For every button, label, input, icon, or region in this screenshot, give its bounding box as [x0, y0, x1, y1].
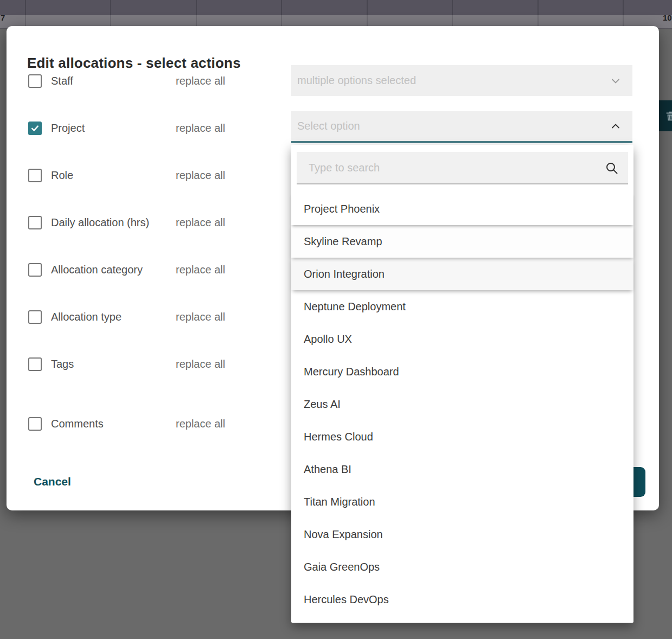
cancel-button[interactable]: Cancel — [34, 475, 71, 488]
project-checkbox[interactable] — [28, 122, 42, 135]
list-item[interactable]: Hercules DevOps — [291, 583, 633, 616]
list-item[interactable]: Neptune Deployment — [291, 290, 633, 323]
staff-select[interactable]: multiple options selected — [291, 65, 632, 96]
chevron-down-icon — [611, 76, 620, 86]
tags-action-select[interactable]: replace all — [176, 358, 225, 370]
field-row-comments: Comments replace all — [28, 416, 104, 431]
project-options-list: Project PhoenixSkyline RevampOrion Integ… — [291, 193, 633, 616]
daily-allocation-action-select[interactable]: replace all — [176, 216, 225, 229]
list-item[interactable]: Athena BI — [291, 453, 633, 485]
list-item[interactable]: Titan Migration — [291, 485, 633, 518]
background-table-header — [0, 0, 672, 15]
tags-checkbox[interactable] — [28, 357, 42, 371]
role-action-select[interactable]: replace all — [176, 169, 225, 182]
chevron-up-icon — [611, 122, 620, 131]
field-row-allocation-category: Allocation category replace all — [28, 262, 143, 277]
allocation-category-checkbox[interactable] — [28, 263, 42, 277]
list-item[interactable]: Nova Expansion — [291, 518, 633, 551]
list-item[interactable]: Skyline Revamp — [291, 225, 633, 258]
allocation-type-label: Allocation type — [51, 311, 121, 323]
list-item[interactable]: Gaia GreenOps — [291, 551, 633, 583]
list-item[interactable]: Orion Integration — [291, 258, 633, 290]
daily-allocation-checkbox[interactable] — [28, 216, 42, 229]
modal-title: Edit allocations - select actions — [27, 55, 241, 72]
field-row-tags: Tags replace all — [28, 356, 74, 372]
background-total-right: 10 — [663, 13, 672, 22]
trash-icon — [664, 110, 672, 122]
project-select[interactable]: Select option — [291, 111, 632, 143]
list-item[interactable]: Zeus AI — [291, 388, 633, 420]
list-item[interactable]: Hermes Cloud — [291, 420, 633, 453]
list-item[interactable]: Project Phoenix — [291, 193, 633, 225]
field-row-project: Project replace all — [28, 120, 85, 136]
delete-toolbar[interactable] — [658, 100, 672, 131]
project-select-placeholder: Select option — [297, 120, 360, 132]
field-row-allocation-type: Allocation type replace all — [28, 309, 121, 324]
role-checkbox[interactable] — [28, 169, 42, 182]
staff-checkbox[interactable] — [28, 74, 42, 88]
role-label: Role — [51, 169, 73, 182]
project-action-select[interactable]: replace all — [176, 122, 225, 135]
list-item[interactable]: Apollo UX — [291, 323, 633, 355]
staff-action-select[interactable]: replace all — [176, 75, 225, 87]
field-row-daily-allocation: Daily allocation (hrs) replace all — [28, 215, 149, 230]
field-row-role: Role replace all — [28, 168, 73, 183]
field-row-staff: Staff replace all — [28, 73, 73, 88]
allocation-category-action-select[interactable]: replace all — [176, 264, 225, 276]
staff-label: Staff — [51, 75, 73, 87]
list-item[interactable]: Mercury Dashboard — [291, 355, 633, 388]
allocation-category-label: Allocation category — [51, 264, 143, 276]
comments-label: Comments — [51, 418, 104, 430]
allocation-type-checkbox[interactable] — [28, 310, 42, 324]
comments-checkbox[interactable] — [28, 417, 42, 431]
search-input[interactable] — [297, 152, 628, 184]
staff-select-value: multiple options selected — [297, 74, 416, 87]
tags-label: Tags — [51, 358, 74, 370]
daily-allocation-label: Daily allocation (hrs) — [51, 216, 149, 229]
project-label: Project — [51, 122, 85, 135]
allocation-type-action-select[interactable]: replace all — [176, 311, 225, 323]
project-dropdown-panel: Project PhoenixSkyline RevampOrion Integ… — [291, 145, 633, 623]
background-total-left: 7 — [1, 13, 5, 22]
comments-action-select[interactable]: replace all — [176, 418, 225, 430]
